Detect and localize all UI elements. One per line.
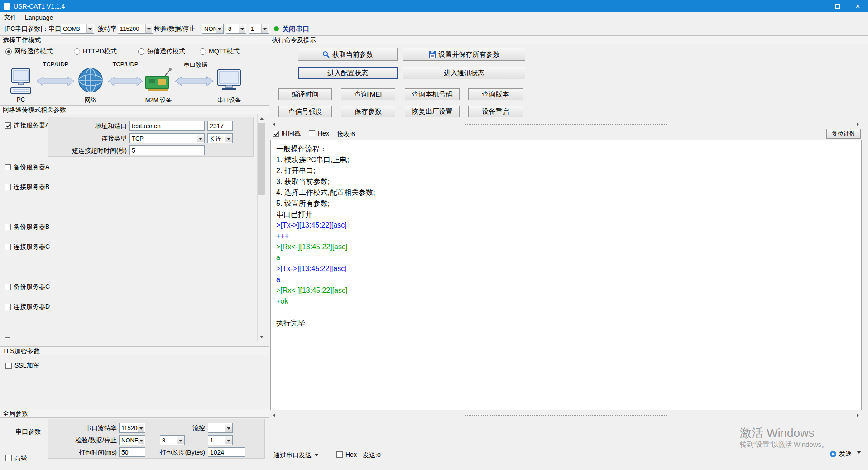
checkbox-server-d[interactable]: 连接服务器D: [5, 303, 50, 311]
button-label: 编译时间: [292, 90, 319, 99]
right-panel: 执行命令及提示 获取当前参数 设置并保存所有参数 进入配置状态 进入通讯状态: [269, 34, 868, 470]
send-via-serial-dropdown[interactable]: 通过串口发送: [273, 451, 319, 460]
enter-comm-state-button[interactable]: 进入通讯状态: [403, 67, 525, 79]
conn-type-label: 连接类型: [52, 135, 127, 143]
query-version-button[interactable]: 查询版本: [468, 88, 523, 100]
databits-select[interactable]: 8: [226, 24, 246, 34]
log-line-rx: >[Rx<-][13:45:22][asc]: [276, 242, 856, 252]
radio-mqtt-mode[interactable]: MQTT模式: [200, 48, 240, 56]
chevron-down-icon: [314, 454, 319, 459]
radio-net-transparent-mode[interactable]: 网络透传模式: [5, 48, 53, 56]
windows-activation-watermark: 激活 Windows: [740, 425, 815, 441]
checkbox-server-c[interactable]: 连接服务器C: [5, 243, 50, 251]
global-parity-value: NONE: [121, 437, 138, 444]
checkbox-server-b[interactable]: 连接服务器B: [5, 183, 49, 191]
reset-counter-button[interactable]: 复位计数: [826, 129, 861, 139]
set-save-params-button[interactable]: 设置并保存所有参数: [403, 48, 525, 61]
log-line-tx: +++: [276, 231, 856, 242]
checkbox-timestamp[interactable]: 时间戳: [273, 130, 301, 138]
radio-httpd-mode[interactable]: HTTPD模式: [74, 48, 117, 56]
server-a-params-box: 地址和端口 连接类型 TCP 长连 短连接超时时间(秒): [48, 117, 254, 157]
timeout-input[interactable]: [129, 145, 205, 155]
double-arrow-icon: [108, 76, 143, 86]
dropdown-arrow-icon: [239, 24, 245, 33]
scroll-up-icon[interactable]: [258, 114, 265, 122]
checkbox-icon: [5, 284, 11, 290]
log-line-tx: a: [276, 274, 856, 285]
checkbox-label: 备份服务器C: [14, 283, 50, 291]
save-params-button[interactable]: 保存参数: [341, 106, 395, 117]
checkbox-send-hex[interactable]: Hex: [336, 451, 357, 458]
button-label: 设备重启: [482, 107, 509, 116]
query-local-number-button[interactable]: 查询本机号码: [405, 88, 460, 100]
serial-data-label: 串口数据: [177, 61, 214, 69]
flow-control-select[interactable]: [208, 423, 233, 433]
com-port-select[interactable]: COM3: [61, 24, 94, 34]
maximize-button[interactable]: [827, 0, 848, 12]
collapse-right-icon: [857, 122, 861, 126]
checkbox-backup-server-c[interactable]: 备份服务器C: [5, 283, 50, 291]
app-icon: [4, 3, 10, 10]
scrollbar-thumb[interactable]: [258, 123, 265, 195]
double-arrow-icon: [175, 76, 214, 86]
top-splitter[interactable]: [270, 122, 862, 127]
global-stopbits-select[interactable]: 1: [208, 435, 233, 445]
stopbits-value: 1: [251, 25, 261, 32]
global-baud-select[interactable]: 115200: [119, 423, 145, 433]
keepalive-select[interactable]: 长连: [207, 133, 233, 143]
stopbits-select[interactable]: 1: [249, 24, 269, 34]
send-via-label: 通过串口发送: [273, 451, 312, 459]
parity-select[interactable]: NONE: [202, 24, 224, 34]
baud-select[interactable]: 115200: [118, 24, 153, 34]
close-port-button[interactable]: 关闭串口: [282, 25, 309, 34]
bottom-splitter[interactable]: [270, 413, 862, 418]
checkbox-backup-server-b[interactable]: 备份服务器B: [5, 223, 49, 231]
server-port-input[interactable]: [207, 121, 233, 131]
checkbox-advanced[interactable]: 高级: [5, 454, 27, 462]
checkbox-backup-server-a[interactable]: 备份服务器A: [5, 163, 49, 171]
query-signal-button[interactable]: 查信号强度: [278, 106, 332, 117]
menu-language[interactable]: Language: [21, 12, 57, 23]
partial-checkbox: [5, 337, 10, 339]
radio-sms-mode[interactable]: 短信透传模式: [138, 48, 185, 56]
send-button[interactable]: 发送: [830, 450, 861, 458]
checkbox-recv-hex[interactable]: Hex: [309, 130, 329, 137]
search-icon: [322, 51, 330, 58]
tls-header: TLS加密参数: [0, 346, 269, 355]
recv-count: 接收:6: [337, 131, 355, 139]
server-list-scrollbar[interactable]: [257, 114, 265, 341]
mode-diagram: TCP/UDP TCP/UDP 串口数据: [0, 56, 269, 106]
close-button[interactable]: ×: [848, 0, 868, 12]
device-restart-button[interactable]: 设备重启: [468, 106, 523, 117]
button-label: 设置并保存所有参数: [439, 50, 500, 59]
get-params-button[interactable]: 获取当前参数: [298, 48, 398, 61]
global-baud-value: 115200: [121, 425, 138, 431]
compile-time-button[interactable]: 编译时间: [278, 88, 332, 100]
minimize-button[interactable]: [807, 0, 827, 12]
global-databits-select[interactable]: 8: [160, 435, 185, 445]
query-imei-button[interactable]: 查询IMEI: [341, 88, 395, 100]
window-title: USR-CAT1 V1.1.4: [14, 3, 65, 10]
checkbox-ssl[interactable]: SSL加密: [5, 362, 39, 370]
checkbox-icon: [309, 130, 315, 136]
pc-serial-params-label: [PC串口参数]：串口号: [5, 25, 67, 33]
menu-file[interactable]: 文件: [0, 12, 21, 23]
double-arrow-icon: [36, 76, 75, 86]
pack-time-input[interactable]: [119, 447, 145, 457]
factory-reset-button[interactable]: 恢复出厂设置: [405, 106, 460, 117]
dropdown-arrow-icon: [177, 436, 184, 444]
pack-length-input[interactable]: [208, 447, 245, 457]
log-line-tx: >[Tx->][13:45:22][asc]: [276, 263, 856, 274]
global-parity-select[interactable]: NONE: [119, 435, 145, 445]
enter-config-state-button[interactable]: 进入配置状态: [298, 67, 398, 79]
conn-type-select[interactable]: TCP: [129, 133, 205, 143]
radio-icon: [138, 48, 144, 55]
dropdown-arrow-icon: [145, 24, 152, 33]
keepalive-value: 长连: [210, 135, 225, 143]
server-address-input[interactable]: [129, 121, 205, 131]
network-label: 网络: [77, 96, 104, 104]
checkbox-server-a[interactable]: 连接服务器A: [5, 121, 49, 130]
tcp-udp-label: TCP/UDP: [108, 61, 143, 68]
scroll-down-icon[interactable]: [258, 333, 265, 341]
log-area[interactable]: 一般操作流程： 1. 模块连PC串口,上电; 2. 打开串口; 3. 获取当前参…: [270, 140, 862, 410]
